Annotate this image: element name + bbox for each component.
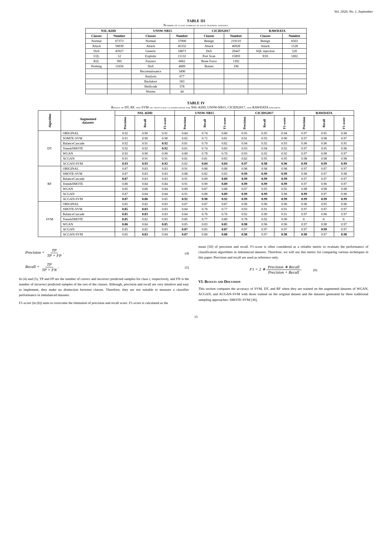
- data-cell: 0.95: [235, 131, 254, 136]
- data-cell: 0.98: [254, 166, 274, 171]
- table-row: ACGAN-SVM0.930.930.920.820.840.840.970.9…: [38, 161, 354, 166]
- data-cell: 0.83: [155, 202, 175, 207]
- data-cell: 0.88: [215, 166, 235, 171]
- data-cell: 0.86: [115, 181, 135, 186]
- table3-cell: [283, 89, 307, 94]
- section6-para: This section compares the accuracy of SV…: [199, 286, 369, 302]
- data-cell: 0.91: [175, 181, 195, 186]
- table3-cell: Port Scan: [194, 54, 224, 59]
- data-cell: 0.88: [175, 171, 195, 176]
- data-cell: 0.82: [175, 161, 195, 166]
- data-cell: 0.96: [314, 181, 334, 186]
- data-cell: 0.97: [334, 176, 354, 181]
- data-cell: 0.85: [115, 232, 135, 237]
- data-cell: 0.96: [294, 202, 314, 207]
- data-cell: 0.98: [334, 171, 354, 176]
- f1-fraction: Precision ∗ Recall Precision + Recall: [266, 265, 301, 275]
- table3-cell: [194, 79, 224, 84]
- table3-cell: [194, 69, 224, 74]
- data-cell: 0.98: [314, 151, 334, 156]
- algo-cell: DT: [38, 131, 61, 166]
- table3-cell: [86, 79, 107, 84]
- data-cell: 0.93: [235, 151, 254, 156]
- data-cell: 0.97: [294, 222, 314, 227]
- data-cell: 0.97: [314, 166, 334, 171]
- data-cell: 0.99: [235, 197, 254, 202]
- data-cell: 0.85: [155, 197, 175, 202]
- table3-cell: [248, 64, 282, 69]
- table3-cell: 11656: [107, 64, 132, 69]
- method-cell: TomekSMOTE: [61, 146, 115, 151]
- data-cell: 0.99: [294, 161, 314, 166]
- data-cell: 0.95: [254, 156, 274, 161]
- data-cell: 0.92: [254, 217, 274, 222]
- table3-cell: 219110: [224, 39, 248, 44]
- table3-cell: Shellcode: [132, 84, 170, 89]
- table3-cell: 3496: [170, 69, 194, 74]
- data-cell: 0.98: [254, 161, 274, 166]
- data-cell: 0.81: [195, 156, 215, 161]
- t3-header-raw: RAWDATA: [248, 28, 306, 33]
- data-cell: 0.86: [135, 197, 155, 202]
- method-cell: WGAN: [61, 151, 115, 156]
- method-cell: WGAN: [61, 186, 115, 192]
- method-cell: SMOTE-SVM: [61, 171, 115, 176]
- table3-cell: [194, 84, 224, 89]
- data-cell: 0.83: [155, 166, 175, 171]
- t4-datasets-header: Augmenteddatasets: [61, 111, 115, 131]
- data-cell: 0.89: [215, 192, 235, 197]
- table3-cell: Attack: [86, 44, 107, 49]
- table-row: WGAN0.860.840.850.850.830.850.980.960.96…: [38, 222, 354, 227]
- table3-body: Normal67373Normal37000Benign219110Benign…: [86, 39, 307, 94]
- data-cell: 0.96: [314, 212, 334, 217]
- f1-formula-line: F1 = 2 ∗ Precision ∗ Recall Precision + …: [199, 265, 369, 275]
- data-cell: 0.87: [115, 176, 135, 181]
- data-cell: 0.96: [314, 141, 334, 146]
- recall-formula-block: Recall = TP TP + FN . (5): [25, 262, 189, 272]
- data-cell: 0.91: [254, 207, 274, 212]
- data-cell: 0.88: [215, 232, 235, 237]
- data-cell: 0.85: [115, 217, 135, 222]
- table3-cell: Benign: [248, 39, 282, 44]
- table3-cell: [248, 69, 282, 74]
- data-cell: 0.91: [274, 212, 294, 217]
- data-cell: 0.89: [195, 176, 215, 181]
- data-cell: 0.85: [195, 227, 215, 232]
- data-cell: 0.76: [195, 207, 215, 212]
- table3-cell: [224, 69, 248, 74]
- precision-formula-expr: Precision = TP TP + FP .: [25, 248, 64, 258]
- table3-cell: [86, 84, 107, 89]
- table3-cell: 46928: [224, 44, 248, 49]
- data-cell: 0.99: [254, 176, 274, 181]
- table3-cell: 1002: [283, 54, 307, 59]
- two-col-section: Precision = TP TP + FP . (4) Recall = TP…: [19, 244, 373, 308]
- data-cell: 0.92: [115, 131, 135, 136]
- data-cell: 0.93: [135, 161, 155, 166]
- vol-text: Vol. 2020, No. 1, September: [334, 9, 373, 13]
- table3-cell: Backdoor: [132, 79, 170, 84]
- data-cell: 0.97: [334, 151, 354, 156]
- data-cell: 0.99: [274, 181, 294, 186]
- table3-cell: [283, 64, 307, 69]
- method-cell: TomekSMOTE: [61, 181, 115, 186]
- table3-cell: 15893: [224, 54, 248, 59]
- table-row: SMOTE-SVM0.870.830.830.880.820.830.990.9…: [38, 171, 354, 176]
- table3-cell: [224, 79, 248, 84]
- data-cell: 0.92: [235, 212, 254, 217]
- data-cell: 0.95: [314, 131, 334, 136]
- data-cell: 0.97: [314, 171, 334, 176]
- data-cell: 0.86: [135, 186, 155, 192]
- data-cell: 0.99: [235, 176, 254, 181]
- table3-cell: Botnet: [194, 64, 224, 69]
- data-cell: 0.84: [135, 192, 155, 197]
- table4-body: DTORIGINAL0.920.900.910.840.740.800.950.…: [38, 131, 354, 237]
- data-cell: 0.76: [215, 212, 235, 217]
- data-cell: 0.85: [155, 222, 175, 227]
- table3-cell: Analysis: [132, 74, 170, 79]
- data-cell: 0.91: [274, 207, 294, 212]
- table3-cell: [107, 74, 132, 79]
- t4-algo-header: Algorithm: [38, 111, 61, 131]
- data-cell: 0.78: [195, 151, 215, 156]
- data-cell: 0.92: [115, 146, 135, 151]
- data-cell: 0.78: [235, 217, 254, 222]
